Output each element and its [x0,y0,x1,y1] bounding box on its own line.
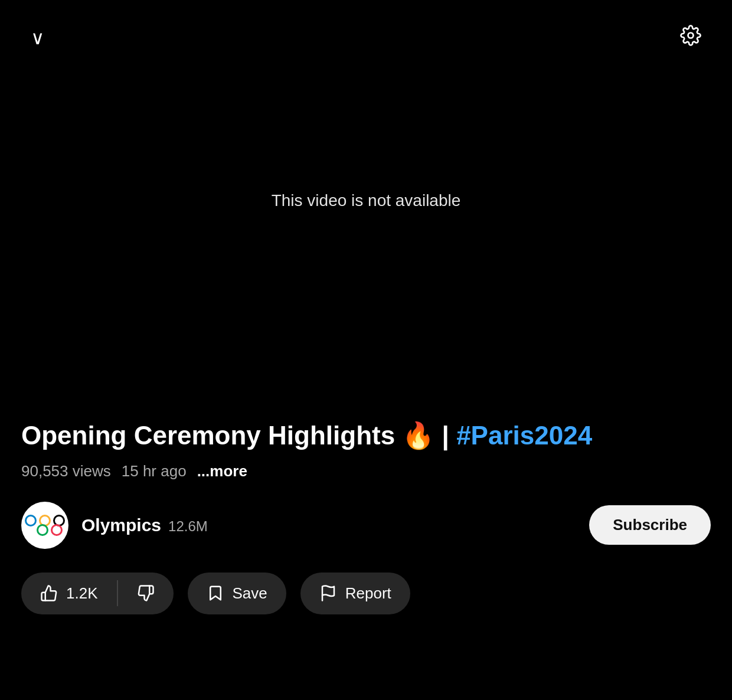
olympics-rings-logo [25,515,65,536]
report-button[interactable]: Report [300,573,410,614]
ring-blue [25,515,37,526]
video-meta: 90,553 views 15 hr ago ...more [21,462,711,480]
video-title-hashtag[interactable]: #Paris2024 [456,421,592,450]
more-button[interactable]: ...more [197,462,247,480]
chevron-down-button[interactable]: ∨ [31,28,44,47]
flag-icon [319,584,337,602]
subscribe-button[interactable]: Subscribe [589,505,711,545]
video-title: Opening Ceremony Highlights 🔥 | #Paris20… [21,420,711,452]
gear-icon [680,39,701,48]
ring-green [37,524,48,536]
video-player: ∨ This video is not available [0,0,732,401]
save-label: Save [233,584,267,603]
like-count: 1.2K [66,584,98,603]
like-button[interactable]: 1.2K [21,573,117,614]
thumbs-down-icon [137,584,155,602]
video-content-area: Opening Ceremony Highlights 🔥 | #Paris20… [0,401,732,614]
channel-name[interactable]: Olympics [81,515,161,535]
chevron-down-icon: ∨ [31,27,44,48]
settings-button[interactable] [680,25,701,48]
view-count: 90,553 views [21,462,111,480]
time-ago: 15 hr ago [122,462,187,480]
channel-text: Olympics12.6M [81,515,208,535]
dislike-button[interactable] [118,573,174,614]
subscriber-count: 12.6M [168,518,208,534]
ring-red [51,524,63,536]
video-unavailable-message: This video is not available [272,191,461,210]
svg-point-0 [688,33,694,38]
channel-info: Olympics12.6M [21,502,208,549]
channel-row: Olympics12.6M Subscribe [21,502,711,549]
report-label: Report [345,584,391,603]
thumbs-up-icon [40,584,58,602]
channel-avatar[interactable] [21,502,68,549]
like-dislike-pill: 1.2K [21,573,174,614]
video-title-plain: Opening Ceremony Highlights 🔥 | [21,421,456,450]
save-button[interactable]: Save [188,573,286,614]
bookmark-icon [207,584,224,602]
action-row: 1.2K Save Report [21,573,711,614]
